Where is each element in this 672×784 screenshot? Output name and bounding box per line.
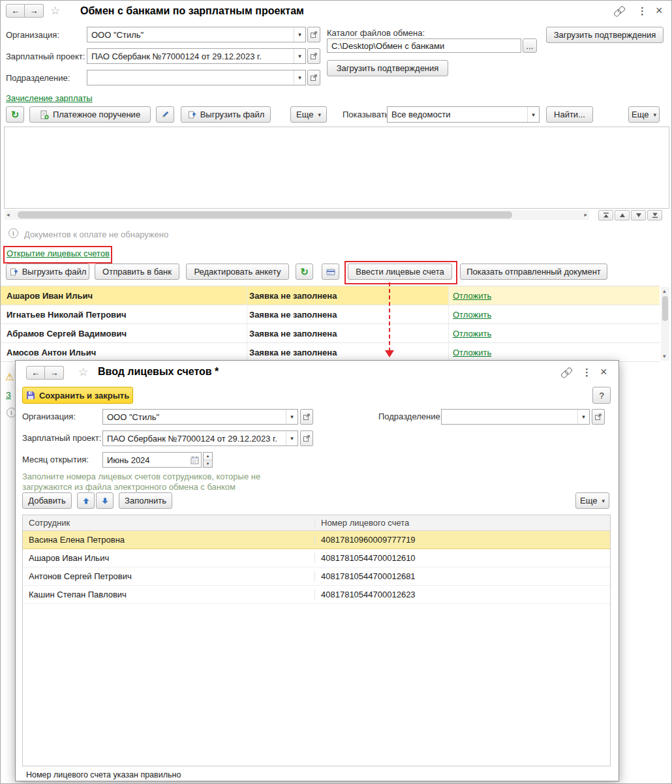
postpone-link[interactable]: Отложить	[453, 329, 491, 339]
back-button[interactable]: ←	[26, 366, 45, 380]
enter-accounts-button[interactable]: Ввести лицевые счета	[348, 264, 452, 280]
horizontal-scrollbar[interactable]: ◂ ▸	[5, 210, 589, 220]
chevron-down-icon[interactable]: ▾	[527, 107, 539, 122]
close-icon[interactable]: ×	[600, 367, 607, 376]
accounts-table: Сотрудник Номер лицевого счета Васина Ел…	[22, 515, 611, 766]
bank-card-button[interactable]	[322, 264, 339, 280]
add-button[interactable]: Добавить	[22, 492, 72, 509]
statements-list-area[interactable]	[4, 127, 669, 209]
chevron-down-icon[interactable]: ▾	[294, 49, 305, 63]
go-down-button[interactable]	[631, 210, 646, 220]
more-button[interactable]: Еще▾	[290, 106, 327, 123]
column-header-employee[interactable]: Сотрудник	[23, 518, 315, 528]
status-text: Заявка не заполнена	[249, 310, 337, 320]
favorite-star-icon[interactable]: ☆	[78, 365, 88, 379]
chevron-down-icon[interactable]: ▾	[294, 27, 305, 42]
close-icon[interactable]: ×	[656, 6, 663, 15]
department-open-button[interactable]	[592, 409, 605, 425]
fill-button[interactable]: Заполнить	[119, 492, 172, 509]
table-row[interactable]: Амосов Антон Ильич Заявка не заполнена О…	[1, 343, 660, 362]
favorite-star-icon[interactable]: ☆	[50, 4, 60, 18]
organization-open-button[interactable]	[300, 409, 313, 425]
load-confirmations-button[interactable]: Загрузить подтверждения	[327, 60, 448, 76]
partial-link[interactable]: З	[6, 390, 14, 400]
save-floppy-icon	[26, 391, 35, 400]
show-filter-select[interactable]: Все ведомости ▾	[387, 106, 540, 123]
menu-kebab-icon[interactable]: ⋮	[637, 5, 647, 17]
refresh-button[interactable]: ↻	[296, 264, 313, 280]
month-stepper[interactable]: ▴ ▾	[203, 452, 213, 468]
project-open-button[interactable]	[300, 430, 313, 446]
more-button[interactable]: Еще▾	[575, 492, 609, 509]
go-to-bottom-button[interactable]	[647, 210, 662, 220]
payment-order-button[interactable]: Платежное поручение	[29, 106, 151, 123]
edit-button[interactable]	[156, 106, 174, 123]
organization-open-button[interactable]	[307, 27, 320, 42]
go-to-top-button[interactable]	[598, 210, 613, 220]
show-sent-document-button[interactable]: Показать отправленный документ	[460, 264, 607, 280]
salary-crediting-link[interactable]: Зачисление зарплаты	[6, 93, 93, 103]
chevron-down-icon[interactable]: ▾	[294, 70, 305, 85]
postpone-link[interactable]: Отложить	[453, 310, 491, 320]
back-arrow-icon: ←	[11, 6, 20, 16]
link-icon[interactable]	[614, 6, 626, 16]
project-open-button[interactable]	[307, 48, 320, 64]
scroll-down-icon[interactable]: ▾	[663, 353, 666, 359]
refresh-button[interactable]: ↻	[6, 106, 24, 123]
load-confirmations-button[interactable]: Загрузить подтверждения	[546, 27, 664, 43]
department-field[interactable]: ▾	[441, 409, 590, 425]
export-file-button[interactable]: Выгрузить файл	[6, 264, 89, 280]
move-up-button[interactable]	[77, 492, 95, 509]
export-file-button[interactable]: Выгрузить файл	[181, 106, 271, 123]
opening-month-field[interactable]: Июнь 2024	[102, 452, 202, 468]
save-and-close-button[interactable]: Сохранить и закрыть	[22, 387, 133, 404]
find-button[interactable]: Найти...	[546, 106, 593, 123]
forward-button[interactable]: →	[25, 4, 44, 18]
department-open-button[interactable]	[307, 70, 320, 85]
postpone-link[interactable]: Отложить	[453, 291, 491, 301]
scrollbar-thumb[interactable]	[18, 211, 512, 219]
scroll-up-icon[interactable]: ▴	[663, 288, 666, 294]
column-header-account[interactable]: Номер лицевого счета	[315, 518, 610, 528]
postpone-link[interactable]: Отложить	[453, 348, 491, 357]
project-field[interactable]: ПАО Сбербанк №77000124 от 29.12.2023 г. …	[102, 430, 298, 446]
vertical-scrollbar[interactable]: ▴ ▾	[661, 287, 669, 361]
table-row[interactable]: Ашаров Иван Ильич Заявка не заполнена От…	[1, 286, 660, 305]
more-button[interactable]: Еще▾	[628, 106, 660, 123]
table-row[interactable]: Антонов Сергей Петрович 4081781054470001…	[23, 567, 610, 586]
table-row[interactable]: Кашин Степан Павлович 408178105447000126…	[23, 586, 610, 604]
send-to-bank-button[interactable]: Отправить в банк	[95, 264, 179, 280]
back-button[interactable]: ←	[6, 4, 25, 18]
arrow-down-icon	[635, 212, 642, 219]
chevron-down-icon[interactable]: ▾	[286, 431, 298, 445]
chevron-down-icon[interactable]: ▾	[577, 410, 589, 424]
show-filter-label: Показывать:	[343, 110, 391, 119]
stepper-up-icon[interactable]: ▴	[204, 453, 212, 460]
employee-name: Антонов Сергей Петрович	[23, 571, 315, 581]
scroll-right-icon[interactable]: ▸	[584, 211, 587, 218]
table-row[interactable]: Васина Елена Петровна 408178109600097777…	[23, 531, 610, 549]
project-field[interactable]: ПАО Сбербанк №77000124 от 29.12.2023 г. …	[87, 48, 306, 64]
edit-profile-button[interactable]: Редактировать анкету	[186, 264, 289, 280]
forward-button[interactable]: →	[45, 366, 64, 380]
stepper-down-icon[interactable]: ▾	[204, 460, 212, 468]
organization-field[interactable]: ООО "Стиль" ▾	[102, 409, 298, 425]
go-up-button[interactable]	[615, 210, 630, 220]
table-row[interactable]: Абрамов Сергей Вадимович Заявка не запол…	[1, 324, 660, 343]
browse-button[interactable]: ...	[523, 38, 537, 53]
organization-field[interactable]: ООО "Стиль" ▾	[87, 27, 306, 42]
menu-kebab-icon[interactable]: ⋮	[582, 367, 592, 378]
calendar-icon[interactable]	[188, 453, 201, 467]
open-accounts-link[interactable]: Открытие лицевых счетов	[7, 249, 110, 258]
chevron-down-icon[interactable]: ▾	[286, 410, 298, 424]
table-row[interactable]: Игнатьев Николай Петрович Заявка не запо…	[1, 305, 660, 324]
project-label: Зарплатный проект:	[22, 433, 101, 443]
table-row[interactable]: Ашаров Иван Ильич 40817810544700012610	[23, 549, 610, 567]
help-button[interactable]: ?	[592, 387, 611, 404]
scroll-left-icon[interactable]: ◂	[7, 211, 10, 218]
scrollbar-thumb[interactable]	[662, 296, 668, 321]
move-down-button[interactable]	[96, 492, 114, 509]
department-field[interactable]: ▾	[87, 70, 306, 85]
link-icon[interactable]	[561, 367, 573, 378]
exchange-catalog-input[interactable]: C:\Desktop\Обмен с банками	[327, 38, 521, 53]
